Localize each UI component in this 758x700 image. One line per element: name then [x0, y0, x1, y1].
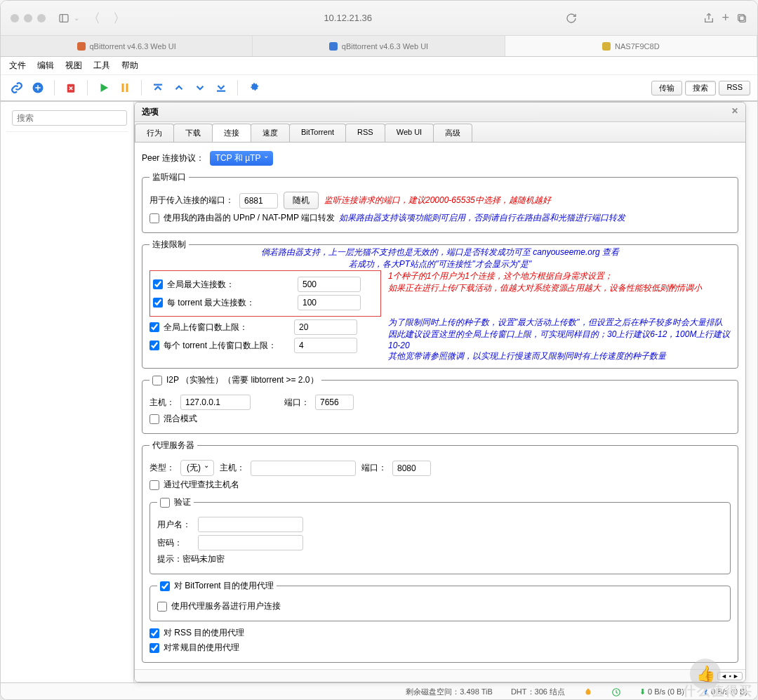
proxy-type-select[interactable]: (无) — [180, 460, 214, 476]
svg-marker-7 — [101, 84, 109, 92]
move-bottom-button[interactable] — [212, 79, 230, 97]
proxy-misc-checkbox[interactable] — [149, 643, 159, 653]
dialog-title: 选项 — [142, 106, 159, 118]
browser-tab-1[interactable]: qBittorrent v4.6.3 Web UI — [253, 36, 505, 56]
proxy-rss-checkbox[interactable] — [149, 628, 159, 638]
move-up-button[interactable] — [170, 79, 188, 97]
proxy-fieldset: 代理服务器 类型： (无) 主机： 端口： 通过代理查找主机名 验证 — [142, 440, 738, 663]
per-torrent-upload-slots-input[interactable] — [294, 338, 357, 353]
menu-view[interactable]: 视图 — [65, 60, 82, 72]
tab-advanced[interactable]: 高级 — [433, 124, 472, 142]
i2p-port-input[interactable] — [315, 395, 354, 410]
proxy-pass-input[interactable] — [198, 535, 303, 550]
add-link-button[interactable] — [8, 79, 26, 97]
tab-download[interactable]: 下载 — [173, 124, 213, 142]
proxy-bt-fieldset: 对 BitTorrent 目的使用代理 使用代理服务器进行用户连接 — [149, 580, 731, 621]
menu-edit[interactable]: 编辑 — [37, 60, 54, 72]
traffic-lights[interactable] — [11, 14, 46, 22]
proxy-auth-checkbox[interactable] — [160, 498, 170, 508]
listen-note1: 监听连接请求的端口，建议20000-65535中选择，越随机越好 — [324, 194, 551, 206]
toolbar: 传输 搜索 RSS — [1, 75, 757, 102]
move-top-button[interactable] — [149, 79, 167, 97]
svg-rect-4 — [738, 14, 745, 20]
proxy-hint-label: 提示：密码未加密 — [157, 553, 225, 565]
listen-port-input[interactable] — [239, 193, 278, 209]
peer-protocol-select[interactable]: TCP 和 µTP — [210, 151, 274, 166]
proxy-auth-fieldset: 验证 用户名： 密码： 提示：密码未加密 — [149, 496, 731, 574]
tab-rss-button[interactable]: RSS — [719, 81, 750, 95]
pause-button[interactable] — [116, 79, 134, 97]
browser-tab-2[interactable]: NAS7F9C8D — [505, 36, 757, 56]
move-down-button[interactable] — [191, 79, 209, 97]
thumbs-up-icon: 👍 — [690, 659, 721, 689]
svg-rect-0 — [60, 14, 68, 22]
menu-help[interactable]: 帮助 — [121, 60, 138, 72]
download-speed-label: ⬇ 0 B/s (0 B) — [639, 687, 684, 696]
per-torrent-conn-checkbox[interactable] — [153, 298, 163, 308]
listen-port-fieldset: 监听端口 用于传入连接的端口： 随机 监听连接请求的端口，建议20000-655… — [142, 171, 738, 233]
resume-button[interactable] — [95, 79, 113, 97]
global-max-conn-checkbox[interactable] — [153, 279, 163, 289]
peer-protocol-label: Peer 连接协议： — [142, 152, 204, 164]
horizontal-scrollbar[interactable]: ◄ ▪ ► — [135, 669, 745, 682]
per-torrent-conn-input[interactable] — [298, 295, 361, 310]
reload-icon[interactable] — [566, 13, 577, 24]
proxy-user-input[interactable] — [198, 517, 303, 532]
tab-speed[interactable]: 速度 — [251, 124, 290, 142]
tab-webui[interactable]: Web UI — [385, 124, 434, 142]
sidebar-icon[interactable] — [58, 13, 69, 24]
tab-search-button[interactable]: 搜索 — [685, 81, 716, 95]
global-max-conn-input[interactable] — [298, 277, 361, 292]
close-icon[interactable]: ✕ — [731, 106, 738, 118]
search-input[interactable] — [12, 110, 127, 126]
i2p-host-input[interactable] — [180, 395, 251, 410]
limits-topnote: 倘若路由器支持，上一层光猫不支持也是无效的，端口是否转发成功可至 canyous… — [149, 246, 731, 270]
browser-tabs: qBittorrent v4.6.3 Web UI qBittorrent v4… — [1, 36, 757, 57]
proxy-port-input[interactable] — [392, 461, 431, 476]
i2p-mixed-checkbox[interactable] — [149, 414, 159, 424]
global-upload-slots-input[interactable] — [294, 319, 357, 335]
browser-titlebar: ⌄ 〈 〉 10.12.21.36 + — [1, 1, 757, 36]
random-port-button[interactable]: 随机 — [284, 192, 319, 209]
browser-tab-0[interactable]: qBittorrent v4.6.3 Web UI — [1, 36, 253, 56]
tabs-overview-icon[interactable] — [736, 13, 747, 24]
sidebar — [1, 102, 134, 682]
proxy-host-input[interactable] — [251, 461, 356, 476]
menu-tools[interactable]: 工具 — [93, 60, 110, 72]
tab-behavior[interactable]: 行为 — [135, 124, 174, 142]
ip-filter-fieldset: IP 过滤 过滤规则路径 (.dat, .p2p, .p2b)： 匹配 trac… — [142, 668, 738, 669]
settings-button[interactable] — [245, 79, 263, 97]
i2p-fieldset: I2P （实验性）（需要 libtorrent >= 2.0） 主机： 端口： … — [142, 374, 738, 434]
options-tabs: 行为 下载 连接 速度 BitTorrent RSS Web UI 高级 — [135, 122, 745, 143]
nav-forward-icon[interactable]: 〉 — [109, 10, 130, 27]
tab-bittorrent[interactable]: BitTorrent — [289, 124, 346, 142]
address-bar[interactable]: 10.12.21.36 — [137, 13, 559, 23]
listen-note2: 如果路由器支持该项功能则可启用，否则请自行在路由器和光猫进行端口转发 — [339, 212, 625, 224]
upnp-checkbox[interactable] — [149, 213, 159, 223]
add-torrent-button[interactable] — [29, 79, 47, 97]
proxy-lookup-checkbox[interactable] — [149, 480, 159, 490]
menu-file[interactable]: 文件 — [9, 60, 26, 72]
global-upload-slots-checkbox[interactable] — [149, 322, 159, 332]
status-bar: 剩余磁盘空间：3.498 TiB DHT：306 结点 ⬇ 0 B/s (0 B… — [1, 682, 757, 700]
per-torrent-upload-slots-checkbox[interactable] — [149, 341, 159, 350]
i2p-enable-checkbox[interactable] — [152, 376, 162, 385]
alt-speed-icon[interactable] — [611, 687, 621, 697]
delete-button[interactable] — [62, 79, 80, 97]
disk-space-label: 剩余磁盘空间：3.498 TiB — [406, 687, 493, 697]
options-dialog: 选项 ✕ 行为 下载 连接 速度 BitTorrent RSS Web UI 高… — [134, 102, 746, 682]
nav-back-icon[interactable]: 〈 — [84, 10, 105, 27]
svg-rect-8 — [122, 84, 124, 92]
firewall-icon[interactable] — [583, 687, 593, 697]
svg-rect-9 — [126, 84, 128, 92]
tab-connection[interactable]: 连接 — [212, 124, 251, 142]
tab-transfer-button[interactable]: 传输 — [651, 81, 682, 95]
proxy-bt-peer-checkbox[interactable] — [157, 602, 167, 612]
proxy-bt-checkbox[interactable] — [160, 581, 170, 591]
dht-label: DHT：306 结点 — [511, 687, 565, 697]
tab-rss-opt[interactable]: RSS — [345, 124, 385, 142]
app-menubar: 文件 编辑 视图 工具 帮助 — [1, 57, 757, 75]
new-tab-icon[interactable]: + — [722, 11, 729, 25]
connection-limits-fieldset: 连接限制 倘若路由器支持，上一层光猫不支持也是无效的，端口是否转发成功可至 ca… — [142, 239, 738, 369]
share-icon[interactable] — [703, 13, 714, 24]
